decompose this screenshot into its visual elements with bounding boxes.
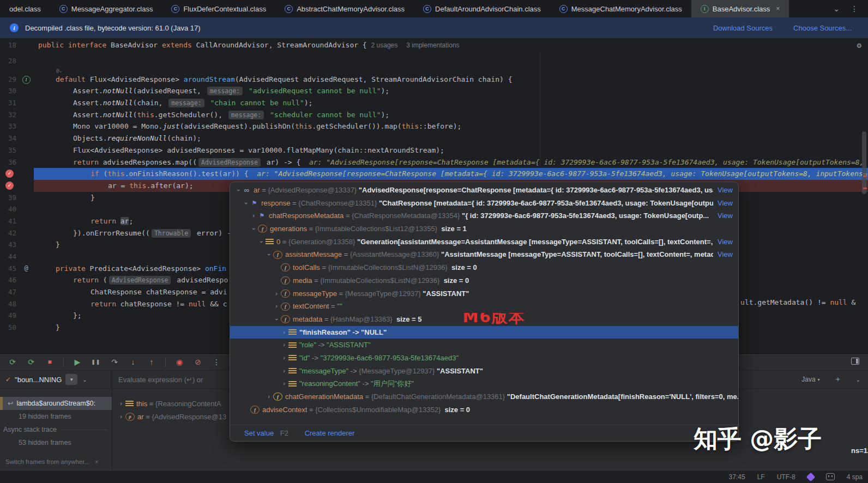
filter-icon[interactable]: ▼ — [65, 374, 77, 385]
chevron-down-icon[interactable]: ⌄ — [856, 377, 860, 383]
close-icon[interactable]: × — [776, 5, 780, 13]
caret-position[interactable]: 37:45 — [729, 473, 745, 481]
create-renderer-link[interactable]: Create renderer — [305, 429, 355, 437]
expand-icon[interactable]: › — [280, 365, 288, 378]
expand-icon[interactable]: › — [280, 339, 288, 352]
implemented-method-icon[interactable]: I — [19, 74, 34, 86]
line-number-gutter[interactable]: 32 — [0, 109, 19, 121]
variables-tree-row[interactable]: ›0 = {Generation@13358} "Generation[assi… — [230, 236, 738, 249]
line-number-gutter[interactable]: 43 — [0, 239, 19, 251]
chevron-down-icon[interactable]: ⌄ — [833, 4, 840, 13]
variables-tree-row[interactable]: ›fmetadata = {HashMap@13363} size = 5M6版… — [230, 313, 738, 326]
expand-icon[interactable]: › — [250, 209, 257, 222]
error-stripe-breakpoint-mark[interactable] — [863, 176, 867, 177]
variables-tree-row[interactable]: ›ftextContent = "" — [230, 300, 738, 313]
ai-assistant-icon[interactable] — [826, 473, 835, 480]
expand-icon[interactable]: › — [280, 326, 288, 339]
line-number-gutter[interactable]: 31 — [0, 97, 19, 109]
line-number-gutter[interactable]: 30 — [0, 85, 19, 97]
line-number-gutter[interactable]: 34 — [0, 132, 19, 144]
editor-tab[interactable]: CMessageAggregator.class — [50, 0, 162, 17]
variables-tree-row[interactable]: ›"messageType" -> {MessageType@12937} "A… — [230, 365, 738, 378]
line-number-gutter[interactable]: 35 — [0, 144, 19, 156]
expand-icon[interactable]: › — [117, 413, 125, 420]
line-number-gutter[interactable]: 50 — [0, 322, 19, 334]
download-sources-link[interactable]: Download Sources — [713, 24, 773, 32]
line-number-gutter[interactable]: 45 — [0, 263, 19, 275]
editor-tab[interactable]: IBaseAdvisor.class× — [691, 0, 789, 17]
implementations-hint[interactable]: 3 implementations — [406, 41, 459, 49]
variables-tree-row[interactable]: ›∞ar = {AdvisedResponse@13337} "AdvisedR… — [230, 184, 738, 197]
encoding-indicator[interactable]: UTF-8 — [777, 473, 795, 481]
breakpoint-icon[interactable]: ✓ — [5, 170, 14, 178]
step-into-icon[interactable]: ↓ — [128, 358, 138, 366]
editor-tab[interactable]: CFluxDeferContextual.class — [162, 0, 275, 17]
line-number-gutter[interactable]: 39 — [0, 192, 19, 204]
line-number-gutter[interactable]: 40 — [0, 203, 19, 215]
variables-tree-row[interactable]: ›fmessageType = {MessageType@12937} "ASS… — [230, 287, 738, 300]
variables-tree-row[interactable]: ›"id" -> "3729993e-6ac6-9877-953a-5fe136… — [230, 352, 738, 365]
stop-icon[interactable]: ■ — [45, 358, 55, 366]
variables-tree-row[interactable]: fmedia = {ImmutableCollections$ListN@129… — [230, 274, 738, 287]
expand-icon[interactable]: › — [280, 352, 288, 365]
variables-tree-row[interactable]: ›⚑chatResponseMetadata = {ChatResponseMe… — [230, 209, 738, 222]
more-options-icon[interactable]: ⋮ — [212, 358, 221, 366]
variable-row[interactable]: ›par = {AdvisedResponse@13 — [117, 410, 226, 423]
line-number-gutter[interactable]: 29 — [0, 74, 19, 86]
view-link[interactable]: View — [718, 248, 733, 261]
ai-plugin-icon[interactable] — [806, 472, 815, 481]
collapse-icon[interactable]: › — [255, 238, 268, 246]
variables-tree-row[interactable]: fadviseContext = {Collections$Unmodifiab… — [230, 403, 738, 416]
error-stripe-breakpoint-mark[interactable] — [863, 188, 867, 189]
view-link[interactable]: View — [718, 184, 733, 197]
choose-sources-link[interactable]: Choose Sources... — [793, 24, 852, 32]
collapse-icon[interactable]: › — [232, 186, 245, 194]
collapse-icon[interactable]: › — [270, 316, 283, 323]
kebab-menu-icon[interactable]: ⋮ — [851, 4, 858, 13]
line-number[interactable]: 18 — [0, 38, 19, 52]
rerun-icon[interactable]: ⟳ — [8, 358, 17, 366]
usages-hint[interactable]: 2 usages — [371, 41, 398, 49]
stack-frame[interactable]: 19 hidden frames — [0, 410, 112, 423]
line-number-gutter[interactable]: 42 — [0, 227, 19, 239]
expand-icon[interactable]: › — [273, 287, 280, 300]
variables-tree-row[interactable]: ›fassistantMessage = {AssistantMessage@1… — [230, 248, 738, 261]
indent-indicator[interactable]: 4 spa — [847, 473, 863, 481]
editor-tab[interactable]: odel.class — [0, 0, 50, 17]
stack-frame[interactable]: 53 hidden frames — [0, 436, 112, 449]
variables-tree-row[interactable]: ›"reasoningContent" -> "用户问"你好" — [230, 377, 738, 390]
line-ending-indicator[interactable]: LF — [757, 473, 765, 481]
scrollbar-thumb[interactable] — [862, 131, 866, 194]
collapse-icon[interactable]: › — [262, 251, 275, 258]
pause-icon[interactable]: ❚❚ — [91, 359, 101, 365]
line-number-gutter[interactable]: 46 — [0, 274, 19, 286]
step-over-icon[interactable]: ↷ — [110, 358, 119, 366]
variables-tree-row[interactable]: ›"role" -> "ASSISTANT" — [230, 339, 738, 352]
view-link[interactable]: View — [718, 209, 733, 222]
view-link[interactable]: View — [718, 197, 733, 210]
variables-tree-row[interactable]: ›"finishReason" -> "NULL" — [230, 326, 738, 339]
view-breakpoints-icon[interactable]: ◉ — [174, 358, 184, 366]
editor-tab[interactable]: CAbstractChatMemoryAdvisor.class — [275, 0, 414, 17]
line-number-gutter[interactable]: 33 — [0, 120, 19, 132]
expand-icon[interactable]: › — [117, 400, 125, 407]
editor-tab[interactable]: CMessageChatMemoryAdvisor.class — [550, 0, 691, 17]
line-number-gutter[interactable]: 48 — [0, 298, 19, 310]
mute-breakpoints-icon[interactable]: ⊘ — [193, 358, 203, 366]
expand-icon[interactable]: › — [280, 377, 288, 390]
rerun-debug-icon[interactable]: ⟳ — [26, 358, 36, 366]
breakpoint-icon[interactable]: ✓ — [5, 182, 14, 190]
line-number-gutter[interactable]: 41 — [0, 215, 19, 227]
collapse-icon[interactable]: › — [239, 200, 252, 207]
line-number-gutter[interactable]: 36 — [0, 156, 19, 168]
gear-icon[interactable]: ⚙ — [857, 38, 861, 52]
stack-frame[interactable]: ↩lambda$aroundStream$0: — [0, 397, 112, 410]
expand-icon[interactable]: › — [265, 390, 273, 403]
variables-tree-row[interactable]: ftoolCalls = {ImmutableCollections$ListN… — [230, 261, 738, 274]
line-number-gutter[interactable]: 47 — [0, 286, 19, 298]
view-link[interactable]: View — [718, 236, 733, 249]
expand-icon[interactable]: › — [273, 300, 280, 313]
close-icon[interactable]: × — [95, 458, 99, 465]
line-number-gutter[interactable]: 28 — [0, 55, 19, 67]
variables-tree-row[interactable]: ›fchatGenerationMetadata = {DefaultChatG… — [230, 390, 738, 403]
